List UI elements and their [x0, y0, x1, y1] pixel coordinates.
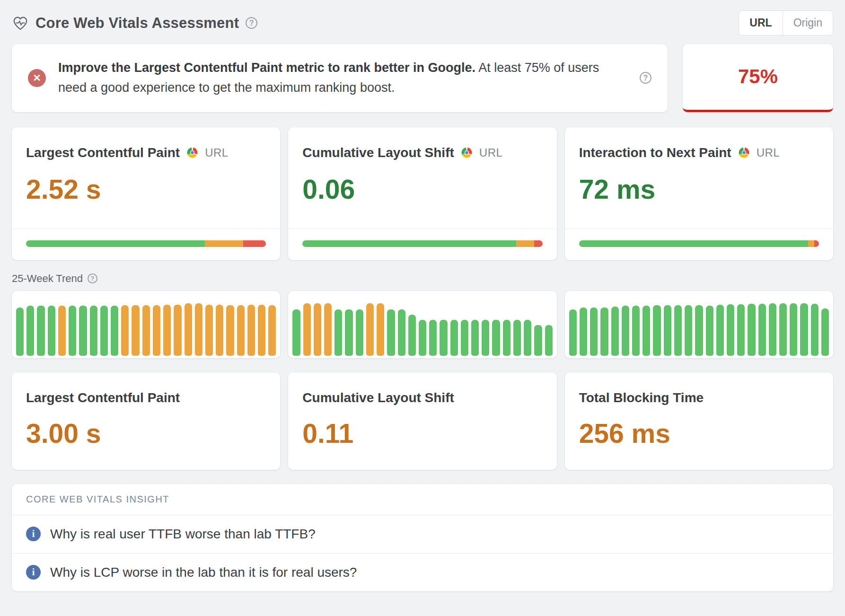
- trend-bar[interactable]: [590, 308, 598, 356]
- passing-score-card: 75%: [683, 44, 833, 112]
- trend-bar[interactable]: [163, 305, 171, 356]
- trend-bar[interactable]: [779, 303, 787, 356]
- trend-bar[interactable]: [69, 306, 76, 355]
- url-toggle-button[interactable]: URL: [739, 11, 782, 35]
- trend-bars: [292, 291, 552, 358]
- trend-bar[interactable]: [674, 305, 682, 356]
- threshold-bar: [26, 240, 266, 247]
- trend-bar[interactable]: [292, 309, 300, 356]
- trend-bar[interactable]: [142, 305, 150, 356]
- trend-bar[interactable]: [811, 304, 819, 356]
- trend-bar[interactable]: [132, 305, 139, 356]
- metric-value: 2.52 s: [26, 174, 266, 205]
- trend-bar[interactable]: [429, 320, 437, 355]
- threshold-segment-orange: [205, 240, 243, 247]
- trend-bar[interactable]: [622, 306, 629, 355]
- trend-bar[interactable]: [387, 309, 395, 356]
- trend-bar[interactable]: [461, 320, 468, 355]
- trend-bar[interactable]: [492, 320, 500, 355]
- trend-bar[interactable]: [727, 304, 734, 356]
- threshold-segment-red: [814, 240, 819, 247]
- trend-bar[interactable]: [48, 306, 55, 355]
- metric-title: Cumulative Layout Shift: [302, 145, 454, 160]
- trend-bar[interactable]: [26, 306, 34, 355]
- trend-bar[interactable]: [748, 304, 755, 356]
- trend-bar[interactable]: [174, 305, 181, 356]
- trend-bar[interactable]: [569, 309, 577, 356]
- trend-bar[interactable]: [758, 304, 766, 356]
- trend-bar[interactable]: [419, 320, 426, 355]
- trend-bar[interactable]: [790, 303, 797, 356]
- trend-bar[interactable]: [58, 306, 66, 355]
- trend-bar[interactable]: [737, 304, 745, 356]
- lcp-metric-card: Largest Contentful Paint URL 2.52 s: [12, 127, 280, 260]
- origin-toggle-button[interactable]: Origin: [783, 11, 833, 35]
- threshold-segment-orange: [808, 240, 814, 247]
- trend-bar[interactable]: [695, 305, 703, 356]
- trend-bar[interactable]: [513, 320, 521, 355]
- trend-bar[interactable]: [268, 305, 276, 356]
- trend-bar[interactable]: [716, 305, 724, 356]
- help-icon[interactable]: ?: [246, 17, 257, 29]
- trend-bar[interactable]: [524, 320, 531, 355]
- page-title: Core Web Vitals Assessment: [35, 15, 239, 32]
- lab-metric-value: 3.00 s: [26, 418, 266, 449]
- insight-item-ttfb[interactable]: i Why is real user TTFB worse than lab T…: [12, 515, 833, 553]
- trend-bar[interactable]: [632, 306, 640, 355]
- trend-bar[interactable]: [16, 308, 24, 356]
- trend-bar[interactable]: [258, 305, 265, 356]
- alert-help-icon[interactable]: ?: [640, 72, 651, 84]
- trend-bar[interactable]: [440, 320, 447, 355]
- trend-bar[interactable]: [366, 303, 374, 356]
- trend-bar[interactable]: [216, 305, 223, 356]
- trend-bar[interactable]: [303, 303, 311, 356]
- trend-bar[interactable]: [800, 303, 808, 356]
- info-icon: i: [26, 565, 41, 580]
- trend-bar[interactable]: [247, 305, 255, 356]
- trend-bar[interactable]: [377, 303, 384, 356]
- trend-bar[interactable]: [153, 305, 160, 356]
- trend-bar[interactable]: [79, 306, 87, 355]
- trend-bar[interactable]: [580, 308, 587, 356]
- trend-bar[interactable]: [334, 309, 342, 356]
- trend-bar[interactable]: [90, 306, 97, 355]
- trend-bar[interactable]: [398, 309, 405, 356]
- trend-bar[interactable]: [100, 306, 108, 355]
- trend-bar[interactable]: [482, 320, 489, 355]
- trend-bar[interactable]: [664, 305, 671, 356]
- trend-bar[interactable]: [600, 308, 608, 356]
- alert-text: Improve the Largest Contentful Paint met…: [58, 58, 627, 98]
- trend-bar[interactable]: [653, 305, 660, 356]
- trend-bar[interactable]: [111, 306, 118, 355]
- insight-item-lcp[interactable]: i Why is LCP worse in the lab than it is…: [12, 553, 833, 591]
- threshold-bar: [579, 240, 819, 247]
- heart-pulse-icon: [12, 15, 29, 32]
- trend-bar[interactable]: [345, 309, 352, 356]
- trend-bar[interactable]: [769, 303, 776, 356]
- trend-bar[interactable]: [643, 306, 650, 355]
- trend-bar[interactable]: [121, 305, 129, 356]
- trend-bar[interactable]: [37, 306, 44, 355]
- trend-bar[interactable]: [611, 307, 619, 355]
- trend-bar[interactable]: [408, 315, 416, 356]
- trend-bar[interactable]: [205, 305, 213, 356]
- trend-bar[interactable]: [314, 303, 321, 356]
- core-web-vitals-insight-card: CORE WEB VITALS INSIGHT i Why is real us…: [12, 484, 833, 591]
- trend-bar[interactable]: [534, 325, 542, 355]
- trend-bar[interactable]: [685, 305, 692, 356]
- trend-help-icon[interactable]: ?: [88, 273, 97, 283]
- metric-value: 72 ms: [579, 174, 819, 205]
- trend-bar[interactable]: [706, 306, 713, 355]
- trend-bar[interactable]: [503, 320, 511, 355]
- trend-bar[interactable]: [185, 303, 192, 356]
- trend-bar[interactable]: [821, 308, 829, 356]
- trend-bar[interactable]: [226, 305, 234, 356]
- error-circle-icon: ✕: [28, 69, 46, 87]
- trend-bar[interactable]: [356, 309, 363, 356]
- trend-bar[interactable]: [545, 325, 553, 355]
- trend-bar[interactable]: [195, 303, 202, 356]
- trend-bar[interactable]: [324, 303, 332, 356]
- trend-bar[interactable]: [471, 320, 479, 355]
- trend-bar[interactable]: [237, 305, 245, 356]
- trend-bar[interactable]: [450, 320, 458, 355]
